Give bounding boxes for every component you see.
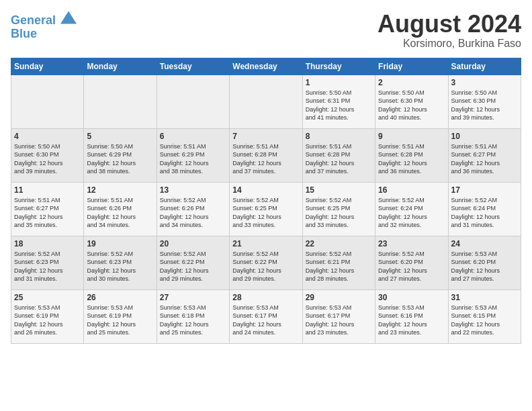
title-block: August 2024 Korsimoro, Burkina Faso xyxy=(378,11,521,50)
day-cell-29: 29Sunrise: 5:53 AM Sunset: 6:17 PM Dayli… xyxy=(302,289,375,343)
day-cell-10: 10Sunrise: 5:51 AM Sunset: 6:27 PM Dayli… xyxy=(448,128,521,182)
weekday-thursday: Thursday xyxy=(302,58,375,75)
day-cell-31: 31Sunrise: 5:53 AM Sunset: 6:15 PM Dayli… xyxy=(448,289,521,343)
day-number: 26 xyxy=(87,293,153,302)
day-number: 3 xyxy=(451,78,518,87)
day-detail: Sunrise: 5:51 AM Sunset: 6:28 PM Dayligh… xyxy=(232,142,299,176)
day-number: 4 xyxy=(14,132,81,141)
empty-cell xyxy=(11,75,84,128)
day-detail: Sunrise: 5:52 AM Sunset: 6:22 PM Dayligh… xyxy=(232,250,299,283)
day-cell-13: 13Sunrise: 5:52 AM Sunset: 6:26 PM Dayli… xyxy=(157,182,229,236)
day-number: 13 xyxy=(160,185,226,195)
day-cell-14: 14Sunrise: 5:52 AM Sunset: 6:25 PM Dayli… xyxy=(230,182,302,236)
day-cell-15: 15Sunrise: 5:52 AM Sunset: 6:25 PM Dayli… xyxy=(302,182,375,236)
day-number: 11 xyxy=(14,185,81,195)
day-number: 19 xyxy=(87,239,153,248)
day-detail: Sunrise: 5:50 AM Sunset: 6:30 PM Dayligh… xyxy=(14,142,81,176)
day-cell-20: 20Sunrise: 5:52 AM Sunset: 6:22 PM Dayli… xyxy=(157,236,229,289)
calendar-table: SundayMondayTuesdayWednesdayThursdayFrid… xyxy=(11,58,521,344)
day-cell-8: 8Sunrise: 5:51 AM Sunset: 6:28 PM Daylig… xyxy=(302,128,375,182)
day-detail: Sunrise: 5:52 AM Sunset: 6:25 PM Dayligh… xyxy=(306,196,372,230)
day-number: 25 xyxy=(14,293,81,302)
month-title: August 2024 xyxy=(378,11,521,38)
day-detail: Sunrise: 5:53 AM Sunset: 6:20 PM Dayligh… xyxy=(451,250,518,283)
logo: General Blue xyxy=(11,11,77,41)
day-number: 27 xyxy=(160,293,226,302)
day-number: 30 xyxy=(378,293,445,302)
day-number: 29 xyxy=(306,293,372,302)
logo-text: General xyxy=(11,11,77,28)
day-number: 10 xyxy=(451,132,518,141)
day-detail: Sunrise: 5:52 AM Sunset: 6:24 PM Dayligh… xyxy=(378,196,445,230)
day-detail: Sunrise: 5:51 AM Sunset: 6:27 PM Dayligh… xyxy=(451,142,518,176)
day-cell-6: 6Sunrise: 5:51 AM Sunset: 6:29 PM Daylig… xyxy=(157,128,229,182)
day-detail: Sunrise: 5:53 AM Sunset: 6:17 PM Dayligh… xyxy=(306,304,372,337)
day-number: 9 xyxy=(378,132,445,141)
day-detail: Sunrise: 5:52 AM Sunset: 6:24 PM Dayligh… xyxy=(451,196,518,230)
weekday-tuesday: Tuesday xyxy=(157,58,229,75)
empty-cell xyxy=(157,75,229,128)
day-number: 2 xyxy=(378,78,445,87)
day-cell-25: 25Sunrise: 5:53 AM Sunset: 6:19 PM Dayli… xyxy=(11,289,84,343)
day-number: 1 xyxy=(306,78,372,87)
day-number: 17 xyxy=(451,185,518,195)
day-cell-7: 7Sunrise: 5:51 AM Sunset: 6:28 PM Daylig… xyxy=(230,128,302,182)
svg-marker-0 xyxy=(60,11,77,24)
day-detail: Sunrise: 5:53 AM Sunset: 6:19 PM Dayligh… xyxy=(14,304,81,337)
weekday-wednesday: Wednesday xyxy=(230,58,302,75)
logo-icon xyxy=(60,11,77,24)
day-number: 28 xyxy=(232,293,299,302)
weekday-friday: Friday xyxy=(375,58,448,75)
day-cell-19: 19Sunrise: 5:52 AM Sunset: 6:23 PM Dayli… xyxy=(84,236,157,289)
day-number: 18 xyxy=(14,239,81,248)
day-cell-2: 2Sunrise: 5:50 AM Sunset: 6:30 PM Daylig… xyxy=(375,75,448,128)
location-title: Korsimoro, Burkina Faso xyxy=(378,38,521,50)
day-number: 12 xyxy=(87,185,153,195)
day-cell-23: 23Sunrise: 5:52 AM Sunset: 6:20 PM Dayli… xyxy=(375,236,448,289)
day-cell-21: 21Sunrise: 5:52 AM Sunset: 6:22 PM Dayli… xyxy=(230,236,302,289)
day-detail: Sunrise: 5:52 AM Sunset: 6:25 PM Dayligh… xyxy=(232,196,299,230)
day-detail: Sunrise: 5:52 AM Sunset: 6:26 PM Dayligh… xyxy=(160,196,226,230)
day-number: 5 xyxy=(87,132,153,141)
day-cell-3: 3Sunrise: 5:50 AM Sunset: 6:30 PM Daylig… xyxy=(448,75,521,128)
day-detail: Sunrise: 5:52 AM Sunset: 6:22 PM Dayligh… xyxy=(160,250,226,283)
day-cell-9: 9Sunrise: 5:51 AM Sunset: 6:28 PM Daylig… xyxy=(375,128,448,182)
day-number: 24 xyxy=(451,239,518,248)
day-number: 6 xyxy=(160,132,226,141)
day-cell-16: 16Sunrise: 5:52 AM Sunset: 6:24 PM Dayli… xyxy=(375,182,448,236)
day-number: 16 xyxy=(378,185,445,195)
day-cell-18: 18Sunrise: 5:52 AM Sunset: 6:23 PM Dayli… xyxy=(11,236,84,289)
day-number: 21 xyxy=(232,239,299,248)
day-number: 7 xyxy=(232,132,299,141)
day-detail: Sunrise: 5:51 AM Sunset: 6:28 PM Dayligh… xyxy=(378,142,445,176)
day-number: 15 xyxy=(306,185,372,195)
empty-cell xyxy=(230,75,302,128)
day-detail: Sunrise: 5:53 AM Sunset: 6:19 PM Dayligh… xyxy=(87,304,153,337)
day-detail: Sunrise: 5:51 AM Sunset: 6:27 PM Dayligh… xyxy=(14,196,81,230)
day-detail: Sunrise: 5:52 AM Sunset: 6:23 PM Dayligh… xyxy=(87,250,153,283)
day-detail: Sunrise: 5:52 AM Sunset: 6:21 PM Dayligh… xyxy=(306,250,372,283)
day-detail: Sunrise: 5:53 AM Sunset: 6:15 PM Dayligh… xyxy=(451,304,518,337)
day-cell-17: 17Sunrise: 5:52 AM Sunset: 6:24 PM Dayli… xyxy=(448,182,521,236)
day-cell-26: 26Sunrise: 5:53 AM Sunset: 6:19 PM Dayli… xyxy=(84,289,157,343)
day-detail: Sunrise: 5:51 AM Sunset: 6:29 PM Dayligh… xyxy=(160,142,226,176)
day-cell-4: 4Sunrise: 5:50 AM Sunset: 6:30 PM Daylig… xyxy=(11,128,84,182)
day-cell-28: 28Sunrise: 5:53 AM Sunset: 6:17 PM Dayli… xyxy=(230,289,302,343)
day-cell-1: 1Sunrise: 5:50 AM Sunset: 6:31 PM Daylig… xyxy=(302,75,375,128)
day-cell-5: 5Sunrise: 5:50 AM Sunset: 6:29 PM Daylig… xyxy=(84,128,157,182)
calendar-header: SundayMondayTuesdayWednesdayThursdayFrid… xyxy=(11,58,521,75)
day-cell-24: 24Sunrise: 5:53 AM Sunset: 6:20 PM Dayli… xyxy=(448,236,521,289)
logo-subtext: Blue xyxy=(11,28,77,41)
day-number: 20 xyxy=(160,239,226,248)
day-detail: Sunrise: 5:50 AM Sunset: 6:29 PM Dayligh… xyxy=(87,142,153,176)
day-cell-27: 27Sunrise: 5:53 AM Sunset: 6:18 PM Dayli… xyxy=(157,289,229,343)
day-number: 23 xyxy=(378,239,445,248)
empty-cell xyxy=(84,75,157,128)
day-detail: Sunrise: 5:51 AM Sunset: 6:26 PM Dayligh… xyxy=(87,196,153,230)
day-detail: Sunrise: 5:50 AM Sunset: 6:31 PM Dayligh… xyxy=(306,89,372,122)
day-number: 31 xyxy=(451,293,518,302)
weekday-sunday: Sunday xyxy=(11,58,84,75)
day-detail: Sunrise: 5:53 AM Sunset: 6:17 PM Dayligh… xyxy=(232,304,299,337)
day-number: 8 xyxy=(306,132,372,141)
day-detail: Sunrise: 5:50 AM Sunset: 6:30 PM Dayligh… xyxy=(378,89,445,122)
